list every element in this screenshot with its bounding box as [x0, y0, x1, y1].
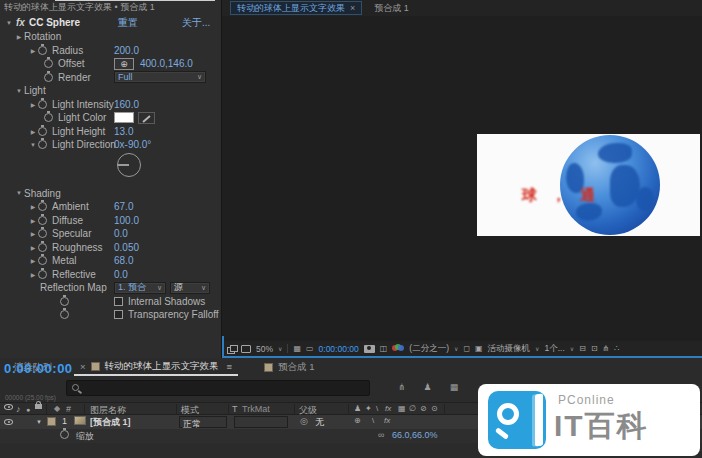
frame-blend-icon[interactable]: ▦	[398, 404, 406, 413]
light-height-value[interactable]: 13.0	[114, 126, 133, 137]
chevron-down-icon[interactable]: ▼	[36, 419, 42, 425]
stopwatch-icon[interactable]	[60, 310, 69, 319]
fx-switch-icon[interactable]: fx	[384, 416, 390, 425]
offset-crosshair-button[interactable]: ⊕	[114, 58, 134, 70]
param-light-height[interactable]: ▶ Light Height 13.0	[0, 125, 221, 139]
stopwatch-icon[interactable]	[38, 140, 47, 149]
radius-value[interactable]: 200.0	[114, 45, 139, 56]
roughness-value[interactable]: 0.050	[114, 242, 139, 253]
flowchart-icon[interactable]: ∴	[614, 344, 619, 353]
monitor-icon[interactable]	[241, 345, 251, 353]
stopwatch-icon[interactable]	[38, 270, 47, 279]
chevron-down-icon[interactable]: ∨	[454, 345, 458, 352]
stopwatch-icon[interactable]	[44, 113, 53, 122]
stopwatch-icon[interactable]	[44, 59, 53, 68]
composition-viewer[interactable]: 球，通	[222, 16, 702, 341]
internal-shadows-checkbox[interactable]	[114, 297, 123, 306]
stopwatch-icon[interactable]	[38, 216, 47, 225]
show-snapshot-icon[interactable]: ◫	[380, 344, 388, 353]
timeline-button-icon[interactable]: ⋔	[603, 344, 610, 353]
chevron-right-icon[interactable]: ▶	[28, 203, 38, 210]
scale-value[interactable]: 66.0,66.0%	[392, 430, 438, 440]
render-dropdown[interactable]: Full ∨	[114, 71, 206, 83]
tab-composition-precomp[interactable]: 预合成 1	[374, 2, 409, 15]
eye-icon[interactable]	[4, 419, 13, 425]
chevron-down-icon[interactable]: ∨	[278, 345, 282, 352]
chevron-right-icon[interactable]: ▶	[28, 244, 38, 251]
stopwatch-icon[interactable]	[38, 229, 47, 238]
effect-header-cc-sphere[interactable]: ▼ fx CC Sphere 重置 关于...	[0, 15, 221, 30]
snapshot-camera-icon[interactable]	[364, 345, 375, 353]
light-direction-value[interactable]: 0x-90.0°	[114, 139, 151, 150]
param-light-direction[interactable]: ▼ Light Direction 0x-90.0°	[0, 138, 221, 152]
label-column-icon[interactable]: ◆	[54, 404, 60, 413]
chevron-down-icon[interactable]: ∨	[570, 345, 574, 352]
section-light[interactable]: ▼ Light	[0, 84, 221, 98]
chevron-right-icon[interactable]: ▶	[14, 33, 24, 40]
eye-icon[interactable]	[4, 404, 13, 410]
stopwatch-icon[interactable]	[38, 46, 47, 55]
param-light-color[interactable]: Light Color	[0, 111, 221, 125]
diffuse-value[interactable]: 100.0	[114, 215, 139, 226]
frame-blend-toggle-icon[interactable]: ▦	[450, 382, 459, 392]
reflection-map-source-dropdown[interactable]: 源 ∨	[170, 282, 210, 294]
viewer-timecode[interactable]: 0:00:00:00	[319, 344, 359, 354]
close-icon[interactable]: ×	[80, 361, 86, 372]
param-reflective[interactable]: ▶ Reflective 0.0	[0, 268, 221, 282]
reset-link[interactable]: 重置	[118, 16, 138, 30]
chevron-down-icon[interactable]: ▼	[14, 190, 24, 196]
offset-value[interactable]: 400.0,146.0	[140, 58, 193, 69]
close-icon[interactable]: ×	[350, 3, 355, 13]
fx-icon[interactable]: fx	[385, 404, 391, 413]
resolution-dropdown[interactable]: (二分之一)	[409, 343, 449, 355]
current-timecode[interactable]: 0:00:00:00	[4, 361, 73, 376]
chevron-right-icon[interactable]: ▶	[28, 128, 38, 135]
chevron-down-icon[interactable]: ▼	[28, 142, 38, 148]
about-link[interactable]: 关于...	[182, 16, 210, 30]
transparency-grid-icon[interactable]: ▣	[475, 344, 483, 353]
chevron-down-icon[interactable]: ∨	[535, 345, 539, 352]
param-radius[interactable]: ▶ Radius 200.0	[0, 44, 221, 58]
section-shading[interactable]: ▼ Shading	[0, 187, 221, 201]
metal-value[interactable]: 68.0	[114, 255, 133, 266]
mask-visibility-icon[interactable]: ▭	[306, 344, 314, 353]
trkmat-dropdown[interactable]	[234, 416, 288, 428]
param-ambient[interactable]: ▶ Ambient 67.0	[0, 200, 221, 214]
reflection-map-layer-dropdown[interactable]: 1. 预合 ∨	[114, 282, 166, 294]
shy-toggle-icon[interactable]: ♟	[424, 382, 432, 392]
shy-icon[interactable]: ♟	[354, 404, 361, 413]
eyedropper-icon[interactable]	[138, 112, 155, 124]
column-t[interactable]: T	[232, 404, 238, 414]
specular-value[interactable]: 0.0	[114, 228, 128, 239]
angle-dial[interactable]	[117, 153, 141, 177]
composition-mini-flowchart-icon[interactable]: ⋔	[398, 382, 406, 392]
active-camera-dropdown[interactable]: 活动摄像机	[488, 343, 531, 355]
param-render[interactable]: Render Full ∨	[0, 71, 221, 85]
link-icon[interactable]: ∞	[378, 430, 384, 440]
effect-controls-tab-title[interactable]: 转动的球体上显示文字效果 • 预合成 1	[0, 0, 221, 15]
chevron-down-icon[interactable]: ▼	[14, 88, 24, 94]
chevron-right-icon[interactable]: ▶	[28, 47, 38, 54]
ambient-value[interactable]: 67.0	[114, 201, 133, 212]
stopwatch-icon[interactable]	[38, 256, 47, 265]
pixel-aspect-icon[interactable]: ⊟	[579, 344, 586, 353]
channels-icon[interactable]	[392, 344, 404, 353]
flatten-icon[interactable]: ✦	[365, 404, 372, 413]
adjustment-layer-icon[interactable]: ⊘	[420, 404, 427, 413]
reflective-value[interactable]: 0.0	[114, 269, 128, 280]
tab-timeline-precomp[interactable]: 预合成 1	[264, 361, 314, 374]
param-diffuse[interactable]: ▶ Diffuse 100.0	[0, 214, 221, 228]
layer-name[interactable]: [预合成 1]	[90, 416, 131, 429]
param-light-intensity[interactable]: ▶ Light Intensity 160.0	[0, 98, 221, 112]
stopwatch-icon[interactable]	[38, 243, 47, 252]
stopwatch-icon[interactable]	[44, 73, 53, 82]
fast-previews-icon[interactable]: ⊡	[591, 344, 598, 353]
quality-switch-icon[interactable]: ⊕	[354, 416, 361, 425]
stopwatch-icon[interactable]	[60, 430, 69, 439]
transparency-falloff-checkbox[interactable]	[114, 310, 123, 319]
light-intensity-value[interactable]: 160.0	[114, 99, 139, 110]
threed-layer-icon[interactable]: ⊙	[431, 404, 438, 413]
chevron-right-icon[interactable]: ▶	[28, 217, 38, 224]
parent-dropdown[interactable]: 无	[315, 416, 324, 429]
stopwatch-icon[interactable]	[38, 127, 47, 136]
